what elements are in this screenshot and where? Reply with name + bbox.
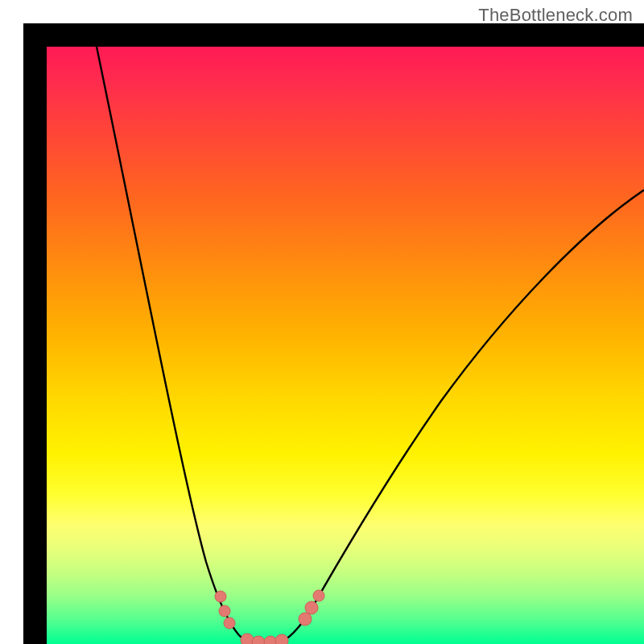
watermark-text: TheBottleneck.com <box>478 5 633 26</box>
data-marker <box>215 591 226 602</box>
data-marker <box>313 590 324 601</box>
data-marker <box>275 634 288 644</box>
curve-layer <box>47 47 644 644</box>
plot-area <box>47 47 644 644</box>
data-marker <box>252 636 265 644</box>
data-marker <box>224 617 235 629</box>
curve-right-branch <box>280 190 644 642</box>
chart-frame <box>23 23 644 644</box>
data-marker <box>305 601 318 614</box>
curve-left-branch <box>97 47 252 642</box>
data-marker <box>219 605 230 617</box>
data-marker <box>299 613 312 625</box>
